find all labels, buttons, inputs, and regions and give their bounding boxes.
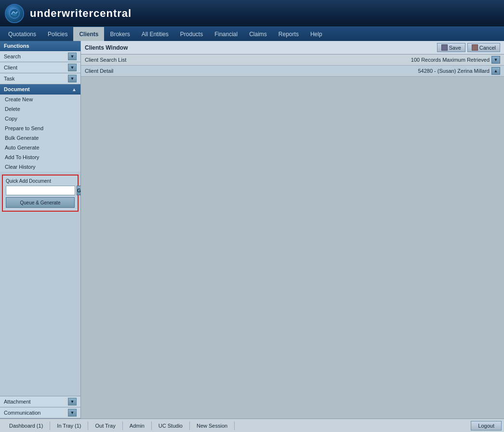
nav-help[interactable]: Help <box>305 27 328 41</box>
client-detail-label: Client Detail <box>85 68 113 74</box>
attachment-dropdown[interactable]: Attachment ▼ <box>0 396 80 407</box>
quick-add-input[interactable] <box>6 186 75 195</box>
task-dropdown[interactable]: Task ▼ <box>0 73 80 84</box>
sidebar-item-add-to-history[interactable]: Add To History <box>0 152 80 162</box>
nav-all-entities[interactable]: All Entities <box>136 27 174 41</box>
sidebar-item-prepare-to-send[interactable]: Prepare to Send <box>0 123 80 133</box>
floppy-icon <box>441 44 448 51</box>
save-label: Save <box>449 45 461 51</box>
search-dropdown-arrow[interactable]: ▼ <box>68 53 77 60</box>
document-label: Document <box>4 86 30 92</box>
sidebar-item-auto-generate[interactable]: Auto Generate <box>0 143 80 152</box>
header-buttons: Save Cancel <box>437 43 500 52</box>
content-area: Clients Window Save Cancel Client Search… <box>81 41 504 418</box>
client-dropdown[interactable]: Client ▼ <box>0 62 80 73</box>
search-list-right: 100 Records Maximum Retrieved ▼ <box>411 56 500 64</box>
app-title: underwritercentral <box>30 7 132 20</box>
footer-tab-uc-studio[interactable]: UC Studio <box>152 421 190 430</box>
sidebar: Functions Search ▼ Client ▼ Task ▼ Docum… <box>0 41 81 418</box>
footer-tab-in-tray[interactable]: In Tray (1) <box>50 421 88 430</box>
sidebar-item-delete[interactable]: Delete <box>0 104 80 114</box>
document-chevron-up: ▲ <box>72 87 77 92</box>
footer-tab-dashboard[interactable]: Dashboard (1) <box>2 421 50 430</box>
app-logo <box>5 4 24 23</box>
document-section-header[interactable]: Document ▲ <box>0 84 80 94</box>
sidebar-item-clear-history[interactable]: Clear History <box>0 162 80 172</box>
footer: Dashboard (1) In Tray (1) Out Tray Admin… <box>0 418 504 432</box>
nav-clients[interactable]: Clients <box>73 27 104 41</box>
search-list-expand-button[interactable]: ▼ <box>491 56 500 64</box>
search-dropdown[interactable]: Search ▼ <box>0 51 80 62</box>
communication-dropdown-arrow[interactable]: ▼ <box>68 409 77 417</box>
queue-generate-button[interactable]: Queue & Generate <box>6 197 75 208</box>
nav-policies[interactable]: Policies <box>42 27 73 41</box>
client-search-list-label: Client Search List <box>85 57 126 63</box>
app-header: underwritercentral <box>0 0 504 27</box>
sidebar-item-bulk-generate[interactable]: Bulk Generate <box>0 133 80 143</box>
client-detail-expand-button[interactable]: ▲ <box>491 67 500 75</box>
cancel-icon <box>472 44 478 51</box>
main-content-area <box>81 77 504 418</box>
footer-tab-admin[interactable]: Admin <box>123 421 152 430</box>
records-label: 100 Records Maximum Retrieved <box>411 57 490 63</box>
detail-right: 54280 - (Susan) Zerina Millard ▲ <box>418 67 500 75</box>
sidebar-item-create-new[interactable]: Create New <box>0 94 80 104</box>
navbar: Quotations Policies Clients Brokers All … <box>0 27 504 41</box>
logout-button[interactable]: Logout <box>471 421 502 431</box>
footer-tab-out-tray[interactable]: Out Tray <box>88 421 122 430</box>
task-label: Task <box>4 76 68 81</box>
nav-financial[interactable]: Financial <box>209 27 243 41</box>
functions-header[interactable]: Functions <box>0 41 80 51</box>
client-dropdown-arrow[interactable]: ▼ <box>68 64 77 71</box>
client-detail-row: Client Detail 54280 - (Susan) Zerina Mil… <box>81 66 504 77</box>
sidebar-item-copy[interactable]: Copy <box>0 114 80 123</box>
main-layout: Functions Search ▼ Client ▼ Task ▼ Docum… <box>0 41 504 418</box>
communication-dropdown[interactable]: Communication ▼ <box>0 407 80 418</box>
quick-add-label: Quick Add Document <box>6 178 75 184</box>
nav-quotations[interactable]: Quotations <box>2 27 42 41</box>
attachment-dropdown-arrow[interactable]: ▼ <box>68 398 77 405</box>
quick-add-document-section: Quick Add Document GO Queue & Generate <box>2 175 79 212</box>
nav-brokers[interactable]: Brokers <box>104 27 135 41</box>
save-button[interactable]: Save <box>437 43 465 52</box>
quick-add-row: GO <box>6 186 75 195</box>
client-label: Client <box>4 65 68 70</box>
footer-tab-new-session[interactable]: New Session <box>190 421 235 430</box>
client-search-list-row: Client Search List 100 Records Maximum R… <box>81 54 504 66</box>
nav-claims[interactable]: Claims <box>243 27 273 41</box>
functions-label: Functions <box>4 43 29 49</box>
content-window-title: Clients Window <box>85 44 128 51</box>
task-dropdown-arrow[interactable]: ▼ <box>68 75 77 82</box>
cancel-label: Cancel <box>479 45 496 51</box>
communication-label: Communication <box>4 410 68 416</box>
cancel-button[interactable]: Cancel <box>467 43 500 52</box>
nav-reports[interactable]: Reports <box>273 27 305 41</box>
attachment-label: Attachment <box>4 399 68 405</box>
sidebar-bottom: Attachment ▼ Communication ▼ <box>0 396 80 418</box>
content-header: Clients Window Save Cancel <box>81 41 504 54</box>
svg-point-1 <box>12 13 17 16</box>
client-id-label: 54280 - (Susan) Zerina Millard <box>418 68 490 74</box>
search-label: Search <box>4 54 68 59</box>
nav-products[interactable]: Products <box>174 27 209 41</box>
